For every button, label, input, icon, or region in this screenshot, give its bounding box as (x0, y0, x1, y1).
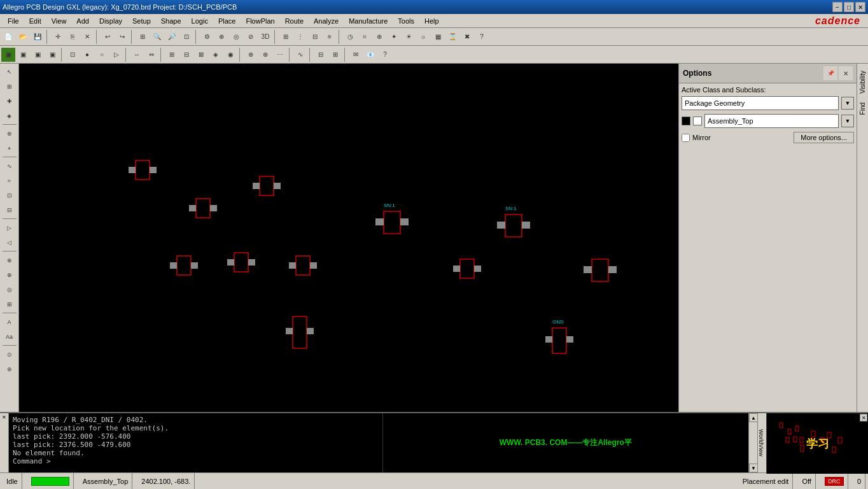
minimap-close-button[interactable]: ✕ (860, 414, 867, 422)
tb2-btn-w[interactable]: 📧 (363, 48, 377, 62)
lt-btn-a[interactable]: ⊞ (3, 80, 17, 94)
canvas-area[interactable]: SN:1 SN:1 (19, 64, 678, 412)
console-x-icon[interactable]: ✕ (2, 415, 6, 420)
menu-analyze[interactable]: Analyze (309, 16, 344, 26)
lt-btn-n[interactable]: ◎ (3, 283, 17, 297)
tb2-btn-r[interactable]: ⋯ (273, 48, 287, 62)
menu-shape[interactable]: Shape (156, 16, 186, 26)
lt-btn-k[interactable]: ◁ (3, 236, 17, 250)
menu-file[interactable]: File (3, 16, 24, 26)
class-dropdown-arrow[interactable]: ▼ (841, 97, 854, 110)
tb2-btn-e[interactable]: ⊡ (66, 48, 80, 62)
tb-btn-l[interactable]: ✦ (387, 30, 401, 44)
tb2-btn-p[interactable]: ⊕ (244, 48, 258, 62)
tb2-btn-x[interactable]: ? (378, 48, 392, 62)
tb2-btn-h[interactable]: ▷ (109, 48, 123, 62)
tb2-btn-b[interactable]: ▣ (16, 48, 30, 62)
tb2-btn-f[interactable]: ● (80, 48, 94, 62)
tb2-btn-s[interactable]: ∿ (293, 48, 307, 62)
lt-btn-c[interactable]: ◈ (3, 109, 17, 123)
tb-btn-g[interactable]: ⊟ (308, 30, 322, 44)
scroll-down-button[interactable]: ▼ (749, 464, 758, 472)
tb-delete[interactable]: ✕ (80, 30, 94, 44)
menu-help[interactable]: Help (419, 16, 444, 26)
tb-zoom-out[interactable]: 🔎 (165, 30, 179, 44)
lt-btn-b[interactable]: ✚ (3, 94, 17, 108)
tb-redo[interactable]: ↪ (115, 30, 129, 44)
tb-btn-f[interactable]: ⋮ (293, 30, 307, 44)
tb2-btn-i[interactable]: ↔ (130, 48, 144, 62)
menu-route[interactable]: Route (280, 16, 309, 26)
lt-select[interactable]: ↖ (3, 65, 17, 79)
tb-new[interactable]: 📄 (1, 30, 15, 44)
tb-btn-q[interactable]: ? (475, 30, 489, 44)
tb-btn-j[interactable]: ⌗ (358, 30, 372, 44)
lt-btn-s[interactable]: ⊛ (3, 362, 17, 376)
tb-btn-n[interactable]: ☼ (416, 30, 430, 44)
tb-btn-k[interactable]: ⊕ (372, 30, 386, 44)
menu-add[interactable]: Add (71, 16, 94, 26)
tb-undo[interactable]: ↩ (101, 30, 115, 44)
tab-visibility[interactable]: Visibility (857, 66, 868, 98)
lt-btn-r[interactable]: ⊙ (3, 348, 17, 362)
close-button[interactable]: ✕ (855, 2, 865, 12)
tb2-btn-a[interactable]: ▣ (1, 48, 15, 62)
tb-save[interactable]: 💾 (31, 30, 45, 44)
tb2-btn-m[interactable]: ⊠ (194, 48, 208, 62)
menu-edit[interactable]: Edit (24, 16, 46, 26)
tb-btn-d[interactable]: ⊘ (244, 30, 258, 44)
menu-tools[interactable]: Tools (393, 16, 419, 26)
tab-find[interactable]: Find (857, 98, 868, 119)
menu-manufacture[interactable]: Manufacture (344, 16, 393, 26)
lt-btn-o[interactable]: ⊞ (3, 297, 17, 311)
tb-open[interactable]: 📂 (16, 30, 30, 44)
menu-display[interactable]: Display (94, 16, 127, 26)
tb2-btn-n[interactable]: ◈ (209, 48, 223, 62)
subclass-dropdown-arrow[interactable]: ▼ (841, 115, 854, 127)
lt-btn-i[interactable]: ⊟ (3, 203, 17, 217)
lt-btn-j[interactable]: ▷ (3, 221, 17, 235)
tb-zoom-in[interactable]: 🔍 (150, 30, 164, 44)
tb2-btn-o[interactable]: ◉ (223, 48, 237, 62)
tb2-btn-t[interactable]: ⊟ (314, 48, 328, 62)
lt-btn-l[interactable]: ⊕ (3, 253, 17, 267)
tb-btn-o[interactable]: ▦ (431, 30, 445, 44)
menu-view[interactable]: View (46, 16, 72, 26)
maximize-button[interactable]: □ (844, 2, 854, 12)
tb-grid[interactable]: ⊞ (279, 30, 293, 44)
tb-copy[interactable]: ⎘ (66, 30, 80, 44)
tb2-btn-l[interactable]: ⊟ (179, 48, 193, 62)
lt-btn-d[interactable]: ⊛ (3, 127, 17, 141)
tb-btn-m[interactable]: ☀ (402, 30, 416, 44)
tb-cross[interactable]: ✛ (51, 30, 65, 44)
tb2-btn-j[interactable]: ⇔ (144, 48, 158, 62)
tb-zoom-fit[interactable]: ⊞ (136, 30, 150, 44)
menu-setup[interactable]: Setup (127, 16, 156, 26)
tb-btn-a[interactable]: ⚙ (200, 30, 214, 44)
lt-btn-m[interactable]: ⊗ (3, 268, 17, 282)
minimize-button[interactable]: − (832, 2, 843, 12)
tb-zoom-area[interactable]: ⊡ (179, 30, 193, 44)
subclass-value[interactable]: Assembly_Top (704, 114, 839, 128)
lt-btn-p[interactable]: A (3, 315, 17, 329)
menu-logic[interactable]: Logic (186, 16, 213, 26)
tb-btn-e[interactable]: 3D (258, 30, 272, 44)
lt-btn-h[interactable]: ⊡ (3, 188, 17, 202)
tb-btn-b[interactable]: ⊕ (214, 30, 228, 44)
tb-btn-c[interactable]: ◎ (229, 30, 243, 44)
menu-flowplan[interactable]: FlowPlan (241, 16, 279, 26)
lt-btn-f[interactable]: ∿ (3, 159, 17, 173)
more-options-button[interactable]: More options... (794, 132, 854, 143)
options-pin[interactable]: 📌 (823, 66, 837, 80)
tb-btn-p[interactable]: ✖ (460, 30, 474, 44)
tb2-btn-g[interactable]: ○ (95, 48, 109, 62)
lt-btn-g[interactable]: ≈ (3, 174, 17, 188)
lt-btn-e[interactable]: ⌖ (3, 141, 17, 155)
tb-hourglass[interactable]: ⌛ (445, 30, 459, 44)
lt-btn-q[interactable]: Aa (3, 330, 17, 344)
tb2-btn-q[interactable]: ⊗ (258, 48, 272, 62)
tb2-btn-d[interactable]: ▣ (45, 48, 59, 62)
tb2-btn-c[interactable]: ▣ (31, 48, 45, 62)
tb2-btn-u[interactable]: ⊞ (328, 48, 342, 62)
tb-btn-h[interactable]: ≡ (323, 30, 337, 44)
